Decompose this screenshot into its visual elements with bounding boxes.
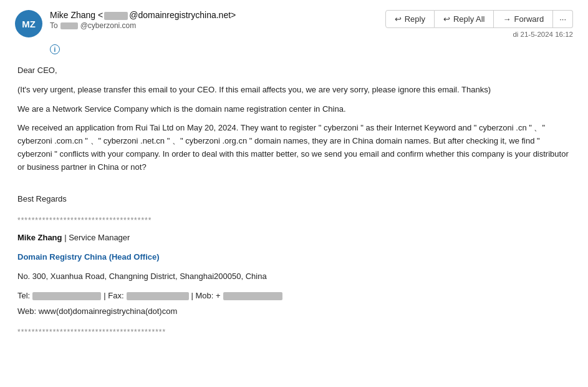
- sig-tel-redacted: [32, 292, 101, 300]
- email-header: MZ Mike Zhang <@domainregistrychina.net>…: [15, 10, 573, 38]
- closing: Best Regards: [17, 193, 571, 206]
- sig-tel-label: Tel:: [17, 290, 30, 303]
- action-buttons: ↩ Reply ↩ Reply All → Forward ···: [385, 10, 573, 28]
- sender-name: Mike Zhang: [50, 10, 95, 20]
- sig-contact: Tel: | Fax: | Mob: +: [17, 290, 571, 303]
- more-label: ···: [559, 14, 566, 24]
- header-right: ↩ Reply ↩ Reply All → Forward ··· di 21-…: [385, 10, 573, 38]
- email-container: MZ Mike Zhang <@domainregistrychina.net>…: [0, 0, 588, 356]
- avatar: MZ: [15, 10, 42, 37]
- sig-name-line: Mike Zhang | Service Manager: [17, 232, 571, 245]
- reply-label: Reply: [405, 14, 425, 24]
- to-domain: @cyberzoni.com: [80, 21, 137, 30]
- sig-mob-label: | Mob: +: [191, 290, 221, 303]
- sig-fax-label: | Fax:: [104, 290, 123, 303]
- urgent-notice: (It's very urgent, please transfer this …: [17, 84, 571, 97]
- forward-button[interactable]: → Forward: [494, 10, 553, 28]
- to-label: To: [50, 21, 58, 30]
- info-icon: i: [50, 44, 60, 54]
- sig-divider1: **************************************: [17, 215, 571, 227]
- sig-divider2: ****************************************…: [17, 326, 571, 338]
- greeting: Dear CEO,: [17, 64, 571, 77]
- more-button[interactable]: ···: [553, 10, 573, 28]
- sig-company: Domain Registry China (Head Office): [17, 251, 571, 264]
- sender-email-redacted: [104, 12, 128, 20]
- sig-mob-redacted: [223, 292, 282, 300]
- timestamp: di 21-5-2024 16:12: [513, 31, 573, 38]
- paragraph1: We are a Network Service Company which i…: [17, 103, 571, 116]
- sig-fax-redacted: [127, 292, 189, 300]
- reply-all-icon: ↩: [443, 14, 450, 24]
- sender-section: MZ Mike Zhang <@domainregistrychina.net>…: [15, 10, 236, 37]
- reply-all-label: Reply All: [453, 14, 485, 24]
- sender-domain: @domainregistrychina.net: [129, 10, 231, 20]
- reply-icon: ↩: [395, 14, 402, 24]
- forward-icon: →: [503, 14, 511, 24]
- sender-name-line: Mike Zhang <@domainregistrychina.net>: [50, 10, 236, 20]
- sig-address: No. 300, Xuanhua Road, Changning Distric…: [17, 270, 571, 283]
- sig-role: | Service Manager: [64, 233, 130, 242]
- forward-label: Forward: [514, 14, 544, 24]
- reply-button[interactable]: ↩ Reply: [385, 10, 435, 28]
- sender-info: Mike Zhang <@domainregistrychina.net> To…: [50, 10, 236, 30]
- info-banner: i: [50, 44, 573, 54]
- to-email-redacted: [60, 22, 78, 29]
- sig-name: Mike Zhang: [17, 233, 62, 242]
- reply-all-button[interactable]: ↩ Reply All: [435, 10, 494, 28]
- email-body: Dear CEO, (It's very urgent, please tran…: [15, 62, 573, 346]
- to-line: To @cyberzoni.com: [50, 21, 236, 30]
- sig-web: Web: www(dot)domainregistrychina(dot)com: [17, 305, 571, 318]
- paragraph2: We received an application from Rui Tai …: [17, 122, 571, 174]
